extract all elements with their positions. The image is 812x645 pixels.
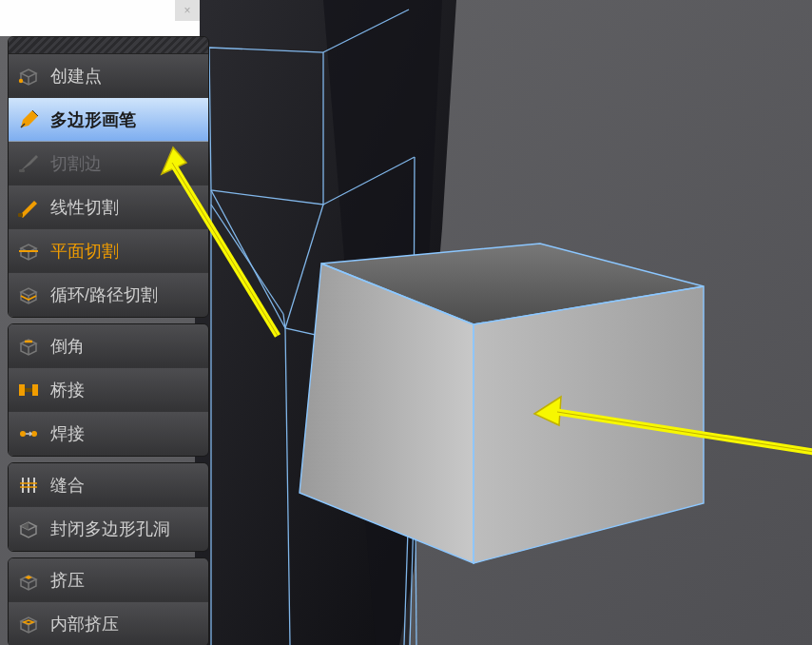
close-hole-label: 封闭多边形孔洞 [50,518,170,540]
close-icon: × [184,4,190,17]
extrude-label: 挤压 [50,569,85,592]
stitch-icon [16,473,41,498]
bevel-label: 倒角 [50,335,85,358]
line-cut-label: 线性切割 [50,196,119,219]
tool-group-handle[interactable] [9,37,208,54]
svg-rect-10 [19,384,25,396]
bevel-icon [16,334,41,359]
panel-header: × [0,0,200,36]
bevel-tool[interactable]: 倒角 [9,324,208,368]
create-point-tool[interactable]: 创建点 [9,54,208,98]
plane-cut-label: 平面切割 [50,240,119,263]
weld-tool[interactable]: 焊接 [9,412,208,456]
plane-cut-tool[interactable]: 平面切割 [9,229,208,273]
bridge-tool[interactable]: 桥接 [9,368,208,412]
cube-point-icon [16,64,41,88]
loop-cut-icon [16,283,41,307]
bridge-icon [16,378,41,402]
svg-point-13 [20,431,26,437]
tool-group-2: 倒角 桥接 焊接 [8,323,209,457]
inner-extrude-tool[interactable]: 内部挤压 [9,602,208,645]
create-point-label: 创建点 [50,65,102,88]
svg-rect-12 [25,388,32,392]
plane-cut-icon [16,239,41,264]
close-button[interactable]: × [175,0,200,21]
cube-object [300,244,704,563]
svg-point-7 [19,78,23,82]
extrude-tool[interactable]: 挤压 [9,558,208,602]
knife-icon [16,151,41,176]
svg-rect-8 [19,169,25,172]
inner-extrude-icon [16,612,41,636]
loop-path-cut-label: 循环/路径切割 [50,283,158,306]
line-cut-tool[interactable]: 线性切割 [9,186,208,229]
weld-label: 焊接 [50,422,85,445]
extrude-icon [16,568,41,593]
modeling-toolbar: 创建点 多边形画笔 切割边 线性切割 平面切割 [8,36,209,645]
line-knife-icon [16,195,41,220]
close-poly-hole-tool[interactable]: 封闭多边形孔洞 [9,507,208,551]
poly-pen-label: 多边形画笔 [50,108,136,131]
cut-edge-label: 切割边 [50,152,102,175]
tool-group-1: 创建点 多边形画笔 切割边 线性切割 平面切割 [8,36,209,318]
poly-pen-tool[interactable]: 多边形画笔 [9,98,208,142]
svg-rect-9 [18,213,23,217]
pen-icon [16,108,41,132]
svg-rect-11 [32,384,38,396]
tool-group-3: 缝合 封闭多边形孔洞 [8,462,209,552]
stitch-label: 缝合 [50,474,85,497]
loop-path-cut-tool[interactable]: 循环/路径切割 [9,273,208,317]
bridge-label: 桥接 [50,379,85,401]
cut-edge-tool[interactable]: 切割边 [9,142,208,186]
stitch-tool[interactable]: 缝合 [9,463,208,507]
tool-group-4: 挤压 内部挤压 [8,557,209,645]
weld-icon [16,421,41,446]
inner-extrude-label: 内部挤压 [50,613,119,635]
close-hole-icon [16,517,41,541]
